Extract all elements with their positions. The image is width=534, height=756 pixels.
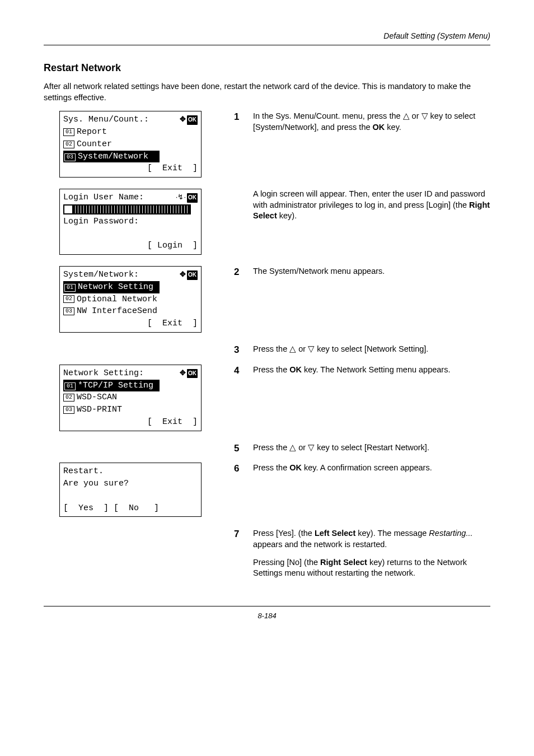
step-num-1: 1	[234, 111, 244, 133]
lcd4-item3: WSD-PRINT	[77, 404, 122, 416]
lcd3-num2: 02	[63, 295, 74, 303]
lcd4-item2: WSD-SCAN	[77, 391, 117, 404]
lcd2-softkey-login: [ Login ]	[147, 240, 198, 252]
ok-icon: OK	[187, 193, 198, 203]
lcd-restart-confirm: Restart. Are you sure? [ Yes ] [ No ]	[59, 463, 202, 517]
lcd1-softkey-exit: [ Exit ]	[147, 162, 198, 175]
lcd2-input-field	[63, 204, 191, 214]
lcd1-title: Sys. Menu/Count.:	[63, 114, 149, 126]
ok-icon: OK	[187, 369, 198, 379]
step-num-3: 3	[234, 344, 244, 357]
step-1-extra-text: A login screen will appear. Then, enter …	[253, 189, 490, 222]
step-2-text: The System/Network menu appears.	[253, 266, 490, 279]
lcd3-num3: 03	[63, 307, 74, 315]
lcd4-num3: 03	[63, 406, 74, 414]
lcd4-item1: *TCP/IP Setting	[78, 381, 153, 390]
lcd4-row1-highlight: 01*TCP/IP Setting	[63, 380, 160, 392]
up-triangle-icon: △	[403, 111, 410, 120]
lcd3-softkey-exit: [ Exit ]	[147, 318, 198, 330]
lcd1-item1: Report	[77, 126, 107, 138]
lcd1-num1: 01	[63, 128, 74, 136]
lcd2-line1: Login User Name:	[63, 192, 144, 204]
lcd-system-network: System/Network: ✥OK 01Network Setting 02…	[59, 266, 202, 333]
lcd3-row1-highlight: 01Network Setting	[63, 281, 160, 293]
arrows-icon: ✥	[180, 114, 186, 125]
down-triangle-icon: ▽	[308, 344, 315, 353]
step-num-2: 2	[234, 266, 244, 279]
lcd4-num1: 01	[64, 382, 76, 390]
lcd4-softkey-exit: [ Exit ]	[147, 416, 198, 428]
step-num-6: 6	[234, 463, 244, 475]
arrows-icon: ✥	[180, 368, 186, 379]
running-header: Default Setting (System Menu)	[44, 31, 490, 45]
lcd3-title: System/Network:	[63, 269, 139, 281]
lcd3-item2: Optional Network	[77, 293, 157, 306]
lcd3-item3: NW InterfaceSend	[77, 305, 157, 318]
arrows-ok-icons: ✥OK	[180, 367, 198, 380]
lcd2-line3: Login Password:	[63, 216, 139, 228]
step-5-text: Press the △ or ▽ key to select [Restart …	[253, 442, 490, 455]
arrows-ok-icons: ✥OK	[180, 114, 198, 126]
cursor-ok-icons: ·↯·OK	[176, 192, 198, 204]
page-number: 8-184	[44, 606, 490, 621]
lcd4-num2: 02	[63, 394, 74, 402]
step-1-text: In the Sys. Menu/Count. menu, press the …	[253, 111, 490, 133]
cursor-icon: ·↯·	[176, 192, 186, 203]
lcd-login: Login User Name: ·↯·OK Login Password: […	[59, 189, 202, 255]
lcd3-num1: 01	[64, 284, 76, 292]
lcd5-line1: Restart.	[63, 465, 104, 478]
step-num-7: 7	[234, 528, 244, 578]
lcd1-num2: 02	[63, 141, 74, 148]
step-6-text: Press the OK key. A confirmation screen …	[253, 463, 490, 475]
lcd4-title: Network Setting:	[63, 367, 144, 380]
ok-icon: OK	[187, 115, 198, 125]
lcd-sys-menu: Sys. Menu/Count.: ✥OK 01Report 02Counter…	[59, 111, 202, 178]
arrows-ok-icons: ✥OK	[180, 269, 198, 281]
up-triangle-icon: △	[289, 344, 296, 353]
step-num-blank	[234, 189, 244, 222]
lcd1-item2: Counter	[77, 138, 112, 151]
arrows-icon: ✥	[180, 269, 186, 280]
step-3-text: Press the △ or ▽ key to select [Network …	[253, 344, 490, 357]
step-num-5: 5	[234, 442, 244, 455]
lcd-network-setting: Network Setting: ✥OK 01*TCP/IP Setting 0…	[59, 365, 202, 431]
up-triangle-icon: △	[289, 443, 296, 452]
intro-text: After all network related settings have …	[44, 81, 490, 103]
down-triangle-icon: ▽	[308, 443, 315, 452]
lcd1-num3: 03	[64, 153, 76, 161]
step-num-4: 4	[234, 365, 244, 377]
lcd1-item3: System/Network	[78, 152, 148, 161]
down-triangle-icon: ▽	[421, 111, 428, 120]
lcd3-item1: Network Setting	[78, 282, 153, 292]
step-4-text: Press the OK key. The Network Setting me…	[253, 365, 490, 377]
lcd5-line2: Are you sure?	[63, 478, 129, 490]
step-7-text: Press [Yes]. (the Left Select key). The …	[253, 528, 490, 578]
heading-restart-network: Restart Network	[44, 61, 490, 74]
lcd5-softkeys: [ Yes ] [ No ]	[63, 502, 159, 515]
ok-icon: OK	[187, 270, 198, 280]
lcd1-row3-highlight: 03System/Network	[63, 151, 160, 163]
